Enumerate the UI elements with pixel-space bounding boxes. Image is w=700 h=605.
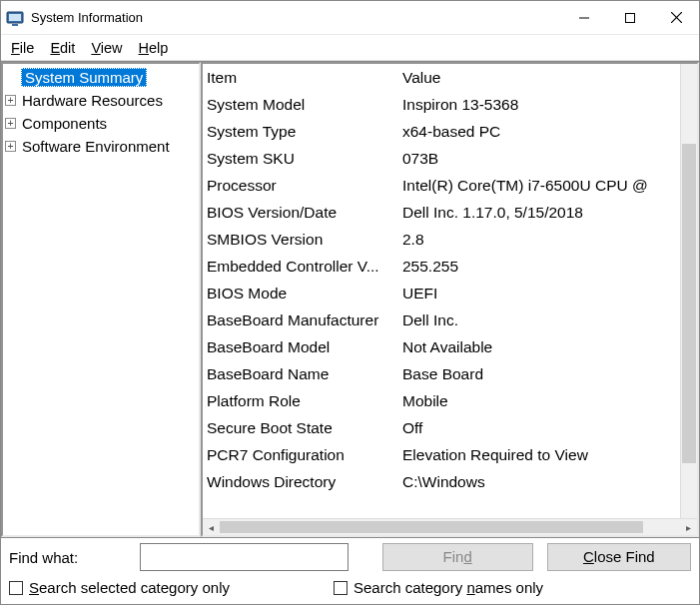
content-area: System Summary+Hardware Resources+Compon… <box>1 61 699 538</box>
list-row[interactable]: BaseBoard NameBase Board <box>203 360 680 387</box>
menu-edit[interactable]: Edit <box>44 39 81 57</box>
search-category-names-checkbox[interactable] <box>334 581 348 595</box>
list-panel: ItemValueSystem ModelInspiron 13-5368Sys… <box>201 62 699 537</box>
list-cell-item: System Model <box>203 96 398 114</box>
svg-rect-1 <box>9 14 21 21</box>
list-row[interactable]: System ModelInspiron 13-5368 <box>203 91 680 118</box>
list-row[interactable]: BaseBoard ManufacturerDell Inc. <box>203 306 680 333</box>
list-cell-value: Inspiron 13-5368 <box>398 96 680 114</box>
list-cell-value: UEFI <box>398 285 680 302</box>
horizontal-scrollbar[interactable]: ◂ ▸ <box>203 518 697 535</box>
expand-icon[interactable]: + <box>5 95 16 106</box>
close-find-button[interactable]: Close Find <box>547 543 691 571</box>
list-cell-item: System Type <box>203 123 398 141</box>
list-cell-value: Dell Inc. <box>398 311 680 329</box>
list-row[interactable]: BIOS ModeUEFI <box>203 280 680 306</box>
column-header-item[interactable]: Item <box>203 69 398 87</box>
list-cell-value: x64-based PC <box>398 123 680 141</box>
tree-spacer <box>7 72 18 83</box>
list-cell-value: 255.255 <box>398 258 680 276</box>
list-row[interactable]: System SKU073B <box>203 145 680 172</box>
app-icon <box>5 8 25 28</box>
search-selected-category-checkbox[interactable] <box>9 581 23 595</box>
list-cell-value: 073B <box>398 150 680 168</box>
find-input[interactable] <box>140 543 349 571</box>
list-cell-value: C:\Windows <box>398 473 680 491</box>
list-cell-item: BaseBoard Model <box>203 338 398 356</box>
list-cell-item: Platform Role <box>203 392 398 410</box>
search-selected-category-label: Search selected category only <box>29 579 230 596</box>
vertical-scrollbar[interactable] <box>680 64 697 518</box>
list-cell-value: Base Board <box>398 365 680 383</box>
list-cell-item: Processor <box>203 177 398 195</box>
tree-item-label: Software Environment <box>19 138 173 155</box>
search-category-names-label: Search category names only <box>353 579 543 596</box>
list-row[interactable]: System Typex64-based PC <box>203 118 680 145</box>
vertical-scrollbar-thumb[interactable] <box>682 144 696 463</box>
tree-item[interactable]: +Components <box>3 112 199 135</box>
list-row[interactable]: Windows DirectoryC:\Windows <box>203 468 680 495</box>
list-cell-item: Embedded Controller V... <box>203 258 398 276</box>
scroll-right-icon[interactable]: ▸ <box>680 519 697 536</box>
list-cell-item: BaseBoard Name <box>203 365 398 383</box>
list-header-row[interactable]: ItemValue <box>203 64 680 91</box>
tree-item[interactable]: System Summary <box>3 66 199 89</box>
list-row[interactable]: Embedded Controller V...255.255 <box>203 253 680 280</box>
list-row[interactable]: BaseBoard ModelNot Available <box>203 333 680 360</box>
svg-rect-2 <box>12 24 18 26</box>
list-cell-item: Secure Boot State <box>203 419 398 437</box>
list-cell-value: Elevation Required to View <box>398 446 680 464</box>
list-cell-item: BIOS Version/Date <box>203 204 398 222</box>
svg-rect-4 <box>626 13 635 22</box>
list-cell-item: SMBIOS Version <box>203 231 398 249</box>
column-header-value[interactable]: Value <box>398 69 680 87</box>
horizontal-scrollbar-thumb[interactable] <box>220 521 643 533</box>
tree-panel[interactable]: System Summary+Hardware Resources+Compon… <box>1 62 201 537</box>
list-cell-value: Mobile <box>398 392 680 410</box>
list-row[interactable]: Secure Boot StateOff <box>203 414 680 441</box>
find-label: Find what: <box>9 549 136 566</box>
tree-item[interactable]: +Hardware Resources <box>3 89 199 112</box>
list-cell-value: Not Available <box>398 338 680 356</box>
list-row[interactable]: BIOS Version/DateDell Inc. 1.17.0, 5/15/… <box>203 199 680 226</box>
list-row[interactable]: ProcessorIntel(R) Core(TM) i7-6500U CPU … <box>203 172 680 199</box>
list-row[interactable]: PCR7 ConfigurationElevation Required to … <box>203 441 680 468</box>
title-bar: System Information <box>1 1 699 35</box>
list-cell-item: BaseBoard Manufacturer <box>203 311 398 329</box>
tree-item-label: Components <box>19 115 110 132</box>
minimize-button[interactable] <box>561 3 607 33</box>
list-cell-item: PCR7 Configuration <box>203 446 398 464</box>
close-button[interactable] <box>653 3 699 33</box>
list-cell-item: System SKU <box>203 150 398 168</box>
menu-file[interactable]: File <box>5 39 40 57</box>
list-cell-value: Dell Inc. 1.17.0, 5/15/2018 <box>398 204 680 222</box>
find-panel: Find what: Find Close Find Search select… <box>1 538 699 604</box>
scroll-left-icon[interactable]: ◂ <box>203 519 220 536</box>
list-cell-item: Windows Directory <box>203 473 398 491</box>
tree-item-label: Hardware Resources <box>19 92 166 109</box>
window-title: System Information <box>31 10 143 25</box>
list-row[interactable]: Platform RoleMobile <box>203 387 680 414</box>
list-cell-item: BIOS Mode <box>203 285 398 302</box>
menu-bar: File Edit View Help <box>1 35 699 61</box>
expand-icon[interactable]: + <box>5 118 16 129</box>
list-cell-value: Intel(R) Core(TM) i7-6500U CPU @ <box>398 177 680 195</box>
list-body[interactable]: ItemValueSystem ModelInspiron 13-5368Sys… <box>203 64 680 518</box>
menu-help[interactable]: Help <box>133 39 175 57</box>
list-cell-value: Off <box>398 419 680 437</box>
expand-icon[interactable]: + <box>5 141 16 152</box>
menu-view[interactable]: View <box>85 39 128 57</box>
list-cell-value: 2.8 <box>398 231 680 249</box>
list-row[interactable]: SMBIOS Version2.8 <box>203 226 680 253</box>
maximize-button[interactable] <box>607 3 653 33</box>
tree-item-label: System Summary <box>21 68 147 87</box>
find-button[interactable]: Find <box>382 543 533 571</box>
tree-item[interactable]: +Software Environment <box>3 135 199 158</box>
